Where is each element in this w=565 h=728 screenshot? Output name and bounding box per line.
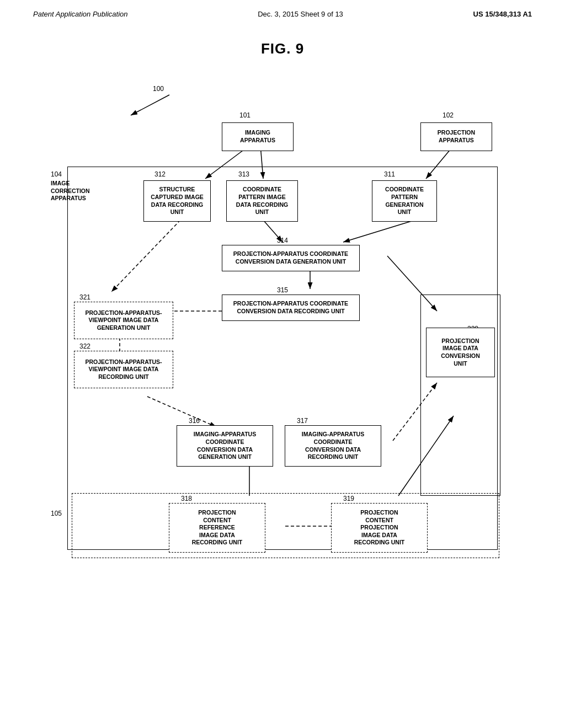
box-313: COORDINATEPATTERN IMAGEDATA RECORDINGUNI… — [226, 180, 298, 222]
label-102: 102 — [443, 111, 454, 119]
label-104-text: IMAGECORRECTIONAPPARATUS — [51, 180, 90, 202]
label-322: 322 — [79, 342, 90, 350]
label-316: 316 — [189, 417, 200, 425]
box-imaging-apparatus: IMAGINGAPPARATUS — [222, 122, 294, 151]
box-312: STRUCTURECAPTURED IMAGEDATA RECORDINGUNI… — [143, 180, 211, 222]
outer-box-320 — [420, 295, 500, 496]
label-313: 313 — [238, 170, 249, 178]
label-314: 314 — [277, 237, 288, 244]
label-100: 100 — [153, 85, 164, 93]
box-321: PROJECTION-APPARATUS-VIEWPOINT IMAGE DAT… — [74, 302, 173, 339]
box-317: IMAGING-APPARATUSCOORDINATECONVERSION DA… — [285, 425, 381, 467]
label-317: 317 — [297, 417, 308, 425]
label-318: 318 — [181, 495, 192, 502]
box-315: PROJECTION-APPARATUS COORDINATE CONVERSI… — [222, 295, 360, 321]
label-321: 321 — [79, 293, 90, 301]
outer-box-105 — [72, 493, 499, 558]
label-315: 315 — [277, 286, 288, 294]
label-311: 311 — [384, 170, 395, 178]
box-322: PROJECTION-APPARATUS-VIEWPOINT IMAGE DAT… — [74, 351, 173, 388]
header-right: US 15/348,313 A1 — [473, 10, 532, 18]
header-left: Patent Application Publication — [33, 10, 128, 18]
label-104: 104 — [51, 170, 62, 178]
figure-title: FIG. 9 — [0, 40, 565, 57]
label-105: 105 — [51, 510, 62, 517]
header-center: Dec. 3, 2015 Sheet 9 of 13 — [258, 10, 343, 18]
box-314: PROJECTION-APPARATUS COORDINATE CONVERSI… — [222, 245, 360, 271]
box-318: PROJECTIONCONTENTREFERENCEIMAGE DATARECO… — [169, 503, 265, 553]
box-311: COORDINATEPATTERNGENERATIONUNIT — [372, 180, 437, 222]
diagram-area: 100 101 102 IMAGINGAPPARATUS PROJECTIONA… — [34, 74, 531, 670]
box-319: PROJECTIONCONTENTPROJECTIONIMAGE DATAREC… — [331, 503, 428, 553]
label-319: 319 — [343, 495, 354, 502]
box-316: IMAGING-APPARATUSCOORDINATECONVERSION DA… — [177, 425, 273, 467]
label-101: 101 — [239, 111, 250, 119]
svg-line-2 — [131, 95, 169, 115]
box-projection-image-conversion: PROJECTIONIMAGE DATACONVERSIONUNIT — [426, 328, 495, 377]
page: Patent Application Publication Dec. 3, 2… — [0, 0, 565, 728]
header: Patent Application Publication Dec. 3, 2… — [0, 0, 565, 24]
label-312: 312 — [154, 170, 166, 178]
box-projection-apparatus: PROJECTIONAPPARATUS — [420, 122, 492, 151]
